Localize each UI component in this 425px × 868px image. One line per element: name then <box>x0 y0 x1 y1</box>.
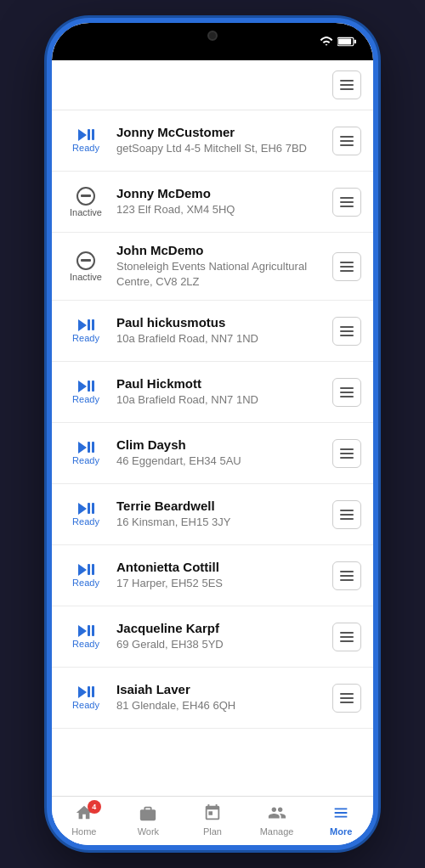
nav-item-work[interactable]: Work <box>116 802 181 837</box>
svg-rect-2 <box>338 38 351 44</box>
item-action-button[interactable] <box>332 252 361 281</box>
status-column: Inactive <box>64 187 108 217</box>
no-entry-bar <box>81 259 91 262</box>
item-info: Jonny McCustomer getSoapy Ltd 4-5 Mitche… <box>116 125 324 156</box>
item-info: Antonietta Cottill 17 Harper, EH52 5ES <box>116 560 324 591</box>
bottom-nav: 4 Home Work Plan Manage More <box>52 796 373 845</box>
pause-bar <box>88 503 90 514</box>
play-triangle <box>78 564 87 576</box>
status-column: Ready <box>64 503 108 527</box>
status-label: Inactive <box>70 207 102 217</box>
pause-bar <box>88 625 90 636</box>
pause-bars <box>88 380 94 392</box>
status-column: Ready <box>64 564 108 588</box>
play-pause-icon <box>78 625 94 637</box>
item-info: Terrie Beardwell 16 Kinsman, EH15 3JY <box>116 499 324 530</box>
play-pause-icon <box>78 319 94 331</box>
list-item: Inactive John McDemo Stoneleigh Events N… <box>52 233 373 301</box>
nav-badge-home: 4 <box>88 800 101 814</box>
customer-name: Isaiah Laver <box>116 682 324 696</box>
list-item: Ready Antonietta Cottill 17 Harper, EH52… <box>52 545 373 606</box>
pause-bars <box>88 442 94 453</box>
customer-name: Jonny McCustomer <box>116 125 324 139</box>
notch-cutout <box>157 23 268 48</box>
item-info: Jonny McDemo 123 Elf Road, XM4 5HQ <box>116 186 324 217</box>
pause-bar <box>92 319 94 330</box>
item-action-button[interactable] <box>332 439 361 468</box>
list-item: Ready Paul hickusmotus 10a Brafield Road… <box>52 301 373 362</box>
status-column: Ready <box>64 129 108 153</box>
nav-label-manage: Manage <box>260 826 294 837</box>
nav-label-plan: Plan <box>203 826 222 837</box>
header-menu-button[interactable] <box>332 70 361 99</box>
nav-item-more[interactable]: More <box>309 802 373 837</box>
customer-address: 46 Eggendart, EH34 5AU <box>116 454 324 469</box>
pause-bars <box>88 129 94 140</box>
work-icon <box>137 802 159 824</box>
status-label: Ready <box>72 394 99 404</box>
status-column: Ready <box>64 686 108 710</box>
svg-rect-1 <box>354 40 356 44</box>
play-triangle <box>78 625 87 637</box>
play-triangle <box>78 442 87 454</box>
item-info: Clim Daysh 46 Eggendart, EH34 5AU <box>116 437 324 469</box>
pause-bar <box>88 380 90 392</box>
play-triangle <box>78 129 87 141</box>
play-pause-icon <box>78 564 94 576</box>
pause-bar <box>88 319 90 330</box>
manage-icon <box>266 802 288 824</box>
customer-address: getSoapy Ltd 4-5 Mitchell St, EH6 7BD <box>116 141 324 156</box>
phone-frame: Ready Jonny McCustomer getSoapy Ltd 4-5 … <box>47 18 378 850</box>
customer-address: 69 Gerald, EH38 5YD <box>116 637 324 652</box>
nav-item-home[interactable]: 4 Home <box>52 802 116 837</box>
customer-address: 81 Glendale, EH46 6QH <box>116 698 324 713</box>
list-item: Ready Clim Daysh 46 Eggendart, EH34 5AU <box>52 423 373 484</box>
play-pause-icon <box>78 442 94 454</box>
pause-bar <box>92 564 94 575</box>
nav-item-manage[interactable]: Manage <box>245 802 309 837</box>
nav-label-more: More <box>330 826 352 837</box>
item-action-button[interactable] <box>332 378 361 407</box>
list-item: Ready Terrie Beardwell 16 Kinsman, EH15 … <box>52 484 373 545</box>
customer-address: 10a Brafield Road, NN7 1ND <box>116 392 324 408</box>
customer-name: Paul Hickmott <box>116 376 324 391</box>
list-item: Ready Jonny McCustomer getSoapy Ltd 4-5 … <box>52 110 373 172</box>
battery-icon <box>337 37 356 47</box>
plan-icon <box>201 802 224 824</box>
status-label: Ready <box>72 455 99 465</box>
customer-name: Paul hickusmotus <box>116 315 324 330</box>
screen: Ready Jonny McCustomer getSoapy Ltd 4-5 … <box>52 60 373 845</box>
item-action-button[interactable] <box>332 684 361 713</box>
status-column: Ready <box>64 442 108 465</box>
customer-address: Stoneleigh Events National Agricultural … <box>116 259 324 290</box>
item-action-button[interactable] <box>332 623 361 651</box>
nav-label-work: Work <box>138 826 159 837</box>
status-label: Ready <box>72 333 99 343</box>
play-triangle <box>78 686 87 698</box>
pause-bar <box>88 686 90 697</box>
play-pause-icon <box>78 503 94 515</box>
item-action-button[interactable] <box>332 561 361 590</box>
status-label: Ready <box>72 578 99 588</box>
status-icons <box>320 37 356 47</box>
item-action-button[interactable] <box>332 127 361 155</box>
item-action-button[interactable] <box>332 500 361 529</box>
item-action-button[interactable] <box>332 188 361 217</box>
list-item: Ready Jacqueline Karpf 69 Gerald, EH38 5… <box>52 606 373 668</box>
no-entry-bar <box>81 194 91 197</box>
status-label: Ready <box>72 516 99 527</box>
list-item: Ready Isaiah Laver 81 Glendale, EH46 6QH <box>52 668 373 729</box>
notch-area <box>52 23 373 60</box>
customer-name: Jacqueline Karpf <box>116 621 324 635</box>
play-pause-icon <box>78 380 94 392</box>
item-action-button[interactable] <box>332 317 361 346</box>
pause-bars <box>88 319 94 330</box>
customer-name: John McDemo <box>116 243 324 257</box>
status-label: Ready <box>72 143 99 153</box>
nav-item-plan[interactable]: Plan <box>180 802 245 837</box>
pause-bars <box>88 625 94 636</box>
play-pause-icon <box>78 129 94 141</box>
pause-bar <box>92 442 94 453</box>
customer-list: Ready Jonny McCustomer getSoapy Ltd 4-5 … <box>52 110 373 796</box>
play-triangle <box>78 319 87 331</box>
